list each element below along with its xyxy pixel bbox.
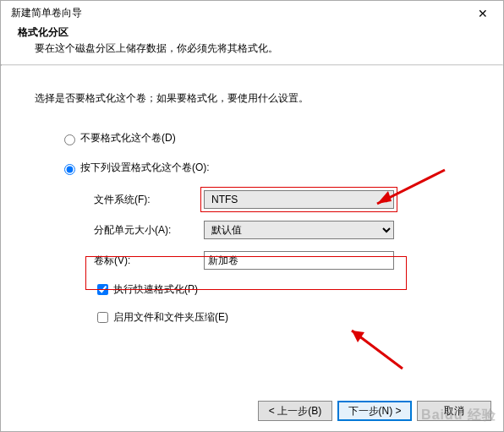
format-options: 文件系统(F): NTFS 分配单元大小(A): 默认值 卷标(V): xyxy=(60,190,469,325)
filesystem-label: 文件系统(F): xyxy=(94,193,204,207)
volume-input[interactable] xyxy=(204,251,394,270)
allocation-label: 分配单元大小(A): xyxy=(94,223,204,238)
check-compression-input[interactable] xyxy=(97,312,108,323)
window-title: 新建简单卷向导 xyxy=(11,6,82,20)
check-quickformat[interactable]: 执行快速格式化(P) xyxy=(94,282,469,298)
radio-no-format[interactable]: 不要格式化这个卷(D) xyxy=(60,131,469,145)
instruction-text: 选择是否要格式化这个卷；如果要格式化，要使用什么设置。 xyxy=(35,91,469,106)
wizard-header: 格式化分区 要在这个磁盘分区上储存数据，你必须先将其格式化。 xyxy=(1,24,503,64)
watermark: Baidu 经验 xyxy=(421,407,496,424)
volume-label: 卷标(V): xyxy=(94,254,204,268)
header-title: 格式化分区 xyxy=(18,25,486,40)
radio-format-input[interactable] xyxy=(64,164,75,175)
next-button[interactable]: 下一步(N) > xyxy=(337,401,412,421)
titlebar: 新建简单卷向导 ✕ xyxy=(1,1,503,24)
close-icon[interactable]: ✕ xyxy=(471,7,495,20)
wizard-window: 新建简单卷向导 ✕ 格式化分区 要在这个磁盘分区上储存数据，你必须先将其格式化。… xyxy=(0,0,504,432)
row-allocation: 分配单元大小(A): 默认值 xyxy=(94,221,469,239)
header-desc: 要在这个磁盘分区上储存数据，你必须先将其格式化。 xyxy=(18,41,486,56)
check-quickformat-label: 执行快速格式化(P) xyxy=(113,282,198,297)
row-volume-label: 卷标(V): xyxy=(94,251,469,270)
radio-format-label: 按下列设置格式化这个卷(O): xyxy=(80,161,210,175)
check-quickformat-input[interactable] xyxy=(97,284,108,295)
check-compression-label: 启用文件和文件夹压缩(E) xyxy=(113,310,228,325)
row-filesystem: 文件系统(F): NTFS xyxy=(94,190,469,209)
back-button[interactable]: < 上一步(B) xyxy=(258,401,332,421)
radio-format[interactable]: 按下列设置格式化这个卷(O): xyxy=(60,161,469,175)
format-radio-group: 不要格式化这个卷(D) 按下列设置格式化这个卷(O): 文件系统(F): NTF… xyxy=(35,131,469,325)
allocation-select[interactable]: 默认值 xyxy=(204,221,394,239)
filesystem-select[interactable]: NTFS xyxy=(204,190,394,209)
radio-no-format-label: 不要格式化这个卷(D) xyxy=(80,131,176,145)
check-compression[interactable]: 启用文件和文件夹压缩(E) xyxy=(94,309,469,325)
radio-no-format-input[interactable] xyxy=(64,134,75,145)
content-area: 选择是否要格式化这个卷；如果要格式化，要使用什么设置。 不要格式化这个卷(D) … xyxy=(1,66,503,342)
